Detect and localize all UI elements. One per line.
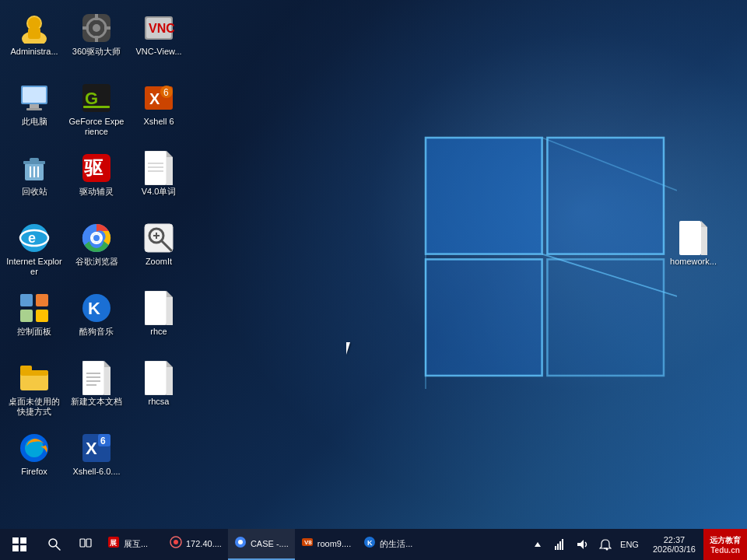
svg-point-104 bbox=[238, 540, 243, 544]
control-label: 控制面板 bbox=[17, 327, 51, 337]
360driver-label: 360驱动大师 bbox=[72, 47, 121, 57]
svg-rect-113 bbox=[562, 539, 563, 550]
taskbar-clock[interactable]: 22:37 2026/03/16 bbox=[645, 529, 703, 560]
qidong-label: 驱动辅灵 bbox=[79, 187, 114, 197]
start-button[interactable] bbox=[0, 529, 39, 560]
xshell60-icon: X 6 bbox=[80, 432, 113, 464]
svg-rect-82 bbox=[145, 361, 167, 395]
zhanhu-app-label: 展互... bbox=[124, 538, 148, 550]
network-app-label: 172.40.... bbox=[186, 539, 222, 548]
svg-marker-76 bbox=[104, 361, 110, 367]
svg-rect-66 bbox=[36, 310, 48, 322]
icon-mypc[interactable]: 此电脑 bbox=[4, 78, 65, 148]
icon-v4word[interactable]: V4.0单词 bbox=[128, 148, 189, 218]
svg-marker-114 bbox=[577, 540, 584, 549]
taskbar-app-kugou[interactable]: K 的生活... bbox=[357, 529, 419, 560]
homework-file[interactable]: homework... bbox=[663, 218, 724, 271]
administrator-label: Administra... bbox=[10, 47, 58, 57]
svg-marker-9 bbox=[701, 221, 707, 227]
network-app-icon bbox=[170, 536, 182, 551]
svg-rect-111 bbox=[557, 544, 559, 550]
brand-text-top: 远方教育 bbox=[710, 535, 741, 546]
taskbar-app-case[interactable]: CASE -.... bbox=[228, 529, 295, 560]
svg-rect-92 bbox=[20, 537, 26, 544]
svg-point-57 bbox=[93, 235, 100, 241]
chrome-icon bbox=[80, 222, 113, 254]
svg-rect-20 bbox=[82, 26, 89, 30]
tray-ime[interactable]: ENG bbox=[618, 540, 641, 549]
svg-rect-21 bbox=[104, 26, 110, 30]
svg-rect-31 bbox=[83, 106, 110, 108]
firefox-label: Firefox bbox=[21, 467, 47, 477]
icon-zoomit[interactable]: ZoomIt bbox=[128, 218, 189, 288]
icon-vnc[interactable]: VNC VNC-View... bbox=[128, 8, 189, 78]
desktop-icons-grid: Administra... 360驱动大师 bbox=[0, 0, 195, 506]
firefox-icon bbox=[18, 432, 51, 464]
icon-rhce[interactable]: rhce bbox=[128, 288, 189, 358]
search-button[interactable] bbox=[39, 529, 70, 560]
icon-firefox[interactable]: Firefox bbox=[4, 428, 65, 498]
icon-xshell60[interactable]: X 6 Xshell-6.0.... bbox=[66, 428, 127, 498]
ie-icon: e bbox=[18, 222, 51, 254]
svg-marker-83 bbox=[167, 361, 173, 367]
svg-rect-26 bbox=[23, 87, 46, 103]
zhanhu-app-icon: 展 bbox=[107, 536, 120, 551]
tray-chevron[interactable] bbox=[528, 529, 548, 560]
icon-chrome[interactable]: 谷歌浏览器 bbox=[66, 218, 127, 288]
icon-qidong[interactable]: 驱 驱动辅灵 bbox=[66, 148, 127, 218]
svg-rect-38 bbox=[30, 158, 39, 162]
svg-rect-110 bbox=[555, 546, 556, 550]
taskbar: 展 展互... 172.40.... CASE -.... bbox=[0, 529, 747, 560]
newtext-icon bbox=[80, 362, 113, 394]
svg-point-17 bbox=[93, 24, 100, 32]
kugou-icon: K bbox=[80, 292, 113, 324]
svg-rect-8 bbox=[679, 221, 701, 255]
icon-administrator[interactable]: Administra... bbox=[4, 8, 65, 78]
mypc-label: 此电脑 bbox=[22, 117, 47, 127]
icon-newtext[interactable]: 新建文本文档 bbox=[66, 358, 127, 428]
svg-marker-70 bbox=[167, 291, 173, 297]
mypc-icon bbox=[18, 82, 51, 114]
icon-control[interactable]: 控制面板 bbox=[4, 288, 65, 358]
svg-rect-84 bbox=[167, 367, 173, 395]
rhce-label: rhce bbox=[150, 327, 167, 337]
recycle-icon bbox=[18, 152, 51, 184]
svg-rect-14 bbox=[28, 28, 40, 39]
icon-desktopshortcut[interactable]: 桌面未使用的快捷方式 bbox=[4, 358, 65, 428]
svg-rect-98 bbox=[86, 539, 91, 547]
tray-volume[interactable] bbox=[573, 529, 593, 560]
recycle-label: 回收站 bbox=[22, 187, 47, 197]
kugou-app-icon: K bbox=[363, 536, 376, 551]
svg-rect-65 bbox=[20, 310, 33, 322]
icon-kugou[interactable]: K 酷狗音乐 bbox=[66, 288, 127, 358]
svg-rect-94 bbox=[20, 545, 26, 551]
taskbar-app-zhanhu[interactable]: 展 展互... bbox=[101, 529, 163, 560]
svg-rect-71 bbox=[167, 297, 173, 325]
svg-text:展: 展 bbox=[109, 539, 117, 547]
v8-app-label: room9.... bbox=[317, 539, 351, 548]
windows-logo bbox=[412, 124, 677, 389]
taskbar-app-v8[interactable]: V8 room9.... bbox=[295, 529, 357, 560]
icon-rhcsa[interactable]: rhcsa bbox=[128, 358, 189, 428]
svg-text:G: G bbox=[85, 89, 98, 108]
tray-notification[interactable] bbox=[595, 529, 615, 560]
icon-360driver[interactable]: 360驱动大师 bbox=[66, 8, 127, 78]
zoomit-label: ZoomIt bbox=[146, 257, 172, 267]
tray-network[interactable] bbox=[550, 529, 570, 560]
kugou-app-label: 的生活... bbox=[380, 538, 412, 550]
taskbar-apps: 展 展互... 172.40.... CASE -.... bbox=[101, 529, 524, 560]
task-view-button[interactable] bbox=[70, 529, 101, 560]
taskbar-app-network[interactable]: 172.40.... bbox=[163, 529, 228, 560]
icon-geforce[interactable]: G GeForce Experience bbox=[66, 78, 127, 148]
svg-rect-27 bbox=[30, 104, 39, 108]
icon-ie[interactable]: e Internet Explorer bbox=[4, 218, 65, 288]
svg-text:V8: V8 bbox=[304, 539, 312, 546]
icon-recycle[interactable]: 回收站 bbox=[4, 148, 65, 218]
desktop: homework... Administra... bbox=[0, 0, 747, 529]
icon-xshell6[interactable]: X 6 Xshell 6 bbox=[128, 78, 189, 148]
qidong-icon: 驱 bbox=[80, 152, 113, 184]
brand-logo[interactable]: 远方教育 Tedu.cn bbox=[703, 529, 747, 560]
svg-rect-18 bbox=[95, 14, 98, 20]
svg-rect-28 bbox=[26, 108, 42, 110]
svg-rect-63 bbox=[20, 294, 33, 306]
